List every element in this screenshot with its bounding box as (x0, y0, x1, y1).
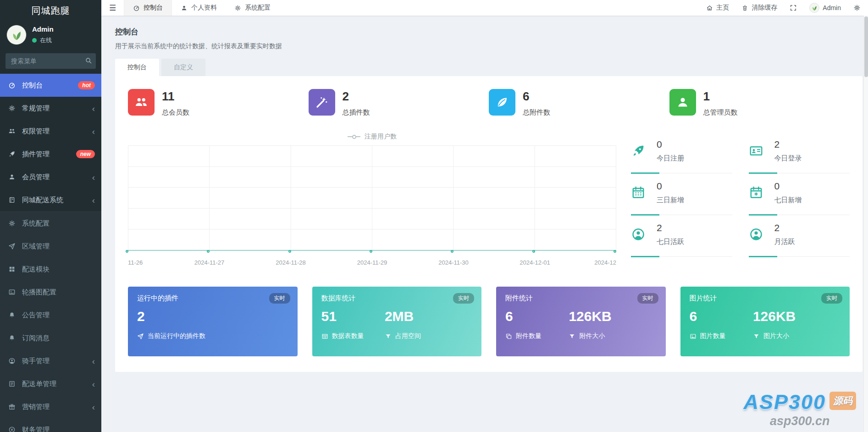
gear-icon (234, 5, 241, 11)
sidebar-item-addon[interactable]: 插件管理new (0, 143, 101, 166)
navbar-username: Admin (823, 4, 841, 11)
search-button[interactable] (85, 57, 92, 66)
chart-plot-area (128, 145, 616, 251)
dashboard-icon (133, 5, 140, 11)
grid-icon (8, 266, 22, 273)
trash-icon (741, 5, 748, 11)
card-title: 运行中的插件 (137, 294, 288, 303)
card-running-addons: 运行中的插件 实时 2当前运行中的插件数 (128, 287, 298, 356)
card-title: 数据库统计 (321, 294, 473, 303)
x-tick: 2024-11-30 (438, 259, 469, 266)
stat-value: 11 (162, 90, 189, 102)
mini-stat-label: 月活跃 (774, 238, 795, 246)
members-icon (128, 89, 155, 116)
nav-tab-system-config[interactable]: 系统配置 (226, 0, 279, 16)
data-point (207, 250, 210, 253)
avatar (809, 3, 819, 13)
chevron-left-icon: ‹ (92, 403, 95, 411)
fullscreen-button[interactable] (790, 4, 797, 11)
admin-icon (669, 89, 696, 116)
sidebar-item-delivery-order[interactable]: 配送单管理‹ (0, 372, 101, 395)
bell-icon (8, 311, 22, 319)
sidebar-search (6, 53, 96, 69)
avatar[interactable] (6, 25, 27, 45)
hot-badge: hot (78, 81, 95, 89)
summary-cards-row: 运行中的插件 实时 2当前运行中的插件数 数据库统计 实时 51数据表数量 2M… (128, 287, 850, 356)
settings-button[interactable] (853, 4, 861, 11)
sidebar-item-general[interactable]: 常规管理‹ (0, 97, 101, 120)
sidebar-item-banner[interactable]: 轮播图配置 (0, 281, 101, 304)
sidebar-item-system-config[interactable]: 系统配置 (0, 212, 101, 235)
sidebar-item-marketing[interactable]: 营销管理‹ (0, 395, 101, 418)
mini-stat-value: 0 (657, 139, 684, 150)
data-point (370, 250, 372, 253)
realtime-badge: 实时 (453, 293, 474, 304)
online-dot-icon (32, 38, 37, 43)
chevron-left-icon: ‹ (92, 380, 95, 388)
data-point (288, 250, 291, 253)
leaf-icon (489, 89, 515, 116)
tab-dashboard[interactable]: 控制台 (115, 59, 159, 76)
data-point (126, 250, 128, 253)
nav-tab-profile[interactable]: 个人资料 (172, 0, 226, 16)
filter-icon (385, 333, 392, 340)
sidebar-item-region[interactable]: 区域管理 (0, 235, 101, 258)
plant-avatar-icon (810, 4, 818, 12)
mini-stat-month-active: 2月活跃 (749, 215, 850, 257)
x-tick: 2024-11-29 (357, 259, 387, 266)
search-icon (85, 57, 92, 64)
sidebar-item-finance[interactable]: 财务管理 (0, 418, 101, 432)
user-menu[interactable]: Admin (809, 3, 841, 13)
plant-avatar-icon (9, 27, 24, 43)
user-circle-icon (8, 357, 22, 365)
expand-icon (790, 4, 797, 11)
chart-legend[interactable]: 注册用户数 (128, 132, 616, 142)
page-title: 控制台 (115, 27, 854, 37)
user-name: Admin (32, 25, 54, 33)
sidebar-item-dashboard[interactable]: 控制台hot (0, 74, 101, 97)
sidebar-item-notice[interactable]: 公告管理 (0, 304, 101, 327)
card-attachment-stats: 附件统计 实时 6附件数量 126KB附件大小 (496, 287, 666, 356)
sidebar-item-auth[interactable]: 权限管理‹ (0, 120, 101, 143)
stat-total-attachments: 6总附件数 (489, 89, 669, 117)
copy-icon (505, 333, 512, 340)
clear-cache-button[interactable]: 清除缓存 (741, 4, 777, 12)
metric: 51数据表数量 (321, 309, 385, 340)
registered-users-chart[interactable]: 注册用户数 11-26 2024-11-27 2024-11-28 2024-1… (128, 132, 616, 269)
watermark-brand: ASP300 (743, 392, 826, 412)
mini-stat-today-register: 0今日注册 (631, 132, 732, 173)
users-icon (8, 127, 22, 135)
sidebar-item-subscribe-msg[interactable]: 订阅消息 (0, 327, 101, 349)
sidebar-item-rider[interactable]: 骑手管理‹ (0, 349, 101, 372)
image-icon (8, 288, 22, 296)
chevron-left-icon: ‹ (92, 173, 95, 182)
mini-stat-label: 七日活跃 (657, 238, 684, 246)
stat-value: 2 (343, 90, 370, 102)
tab-custom[interactable]: 自定义 (161, 59, 205, 76)
page-tabs: 控制台 自定义 (115, 59, 868, 76)
nav-tab-dashboard[interactable]: 控制台 (124, 0, 172, 16)
user-circle-icon (749, 222, 765, 246)
mini-stat-7day-active: 2七日活跃 (631, 215, 732, 257)
coin-icon (8, 426, 22, 432)
card-title: 附件统计 (505, 294, 657, 303)
sidebar-item-delivery-module[interactable]: 配送模块 (0, 258, 101, 281)
home-link[interactable]: 主页 (706, 4, 729, 12)
stat-total-addons: 2总插件数 (309, 89, 489, 117)
scrollbar-thumb[interactable] (864, 17, 868, 77)
stat-total-members: 11总会员数 (128, 89, 309, 117)
user-status: 在线 (32, 36, 54, 44)
top-navbar: ☰ 控制台 个人资料 系统配置 主页 清除缓存 Admin (101, 0, 868, 16)
sidebar-item-member[interactable]: 会员管理‹ (0, 166, 101, 188)
card-title: 图片统计 (690, 294, 841, 303)
gear-icon (853, 4, 861, 11)
mini-stat-value: 0 (657, 181, 684, 192)
sidebar-toggle-button[interactable]: ☰ (101, 0, 124, 16)
sidebar-item-delivery-system[interactable]: 同城配送系统‹ (0, 188, 101, 211)
sidebar-menu: 控制台hot 常规管理‹ 权限管理‹ 插件管理new 会员管理‹ 同城配送系统‹… (0, 73, 101, 432)
metric: 6图片数量 (690, 309, 753, 340)
search-input[interactable] (6, 53, 96, 69)
stat-label: 总插件数 (343, 108, 370, 117)
vertical-scrollbar[interactable] (863, 16, 868, 432)
home-icon (706, 5, 713, 11)
